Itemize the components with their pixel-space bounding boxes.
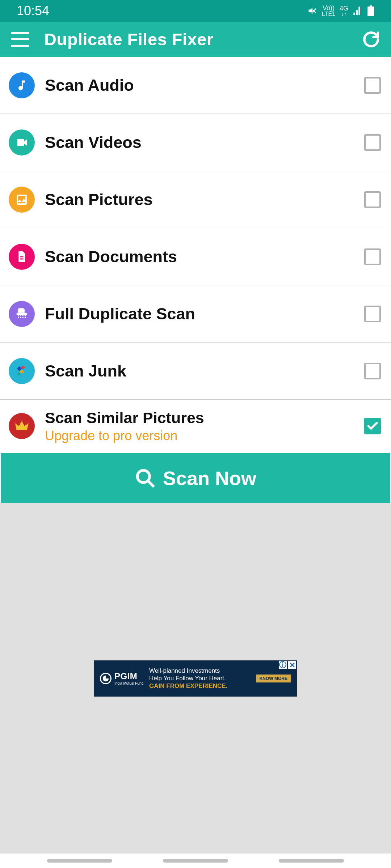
scan-option-pictures[interactable]: Scan Pictures (0, 171, 391, 228)
checkbox-junk[interactable] (364, 363, 381, 379)
ad-info-icon[interactable]: ⓘ (278, 660, 287, 670)
ad-text: Well-planned Investments Help You Follow… (149, 667, 256, 690)
shredder-icon (9, 301, 35, 327)
scan-option-label: Scan Junk (45, 362, 364, 380)
checkbox-pictures[interactable] (364, 191, 381, 208)
scan-now-button[interactable]: Scan Now (1, 453, 390, 503)
status-time: 10:54 (17, 3, 49, 18)
music-note-icon (9, 72, 35, 98)
svg-point-5 (21, 420, 23, 422)
ad-controls: ⓘ ✕ (278, 660, 297, 670)
checkbox-documents[interactable] (364, 248, 381, 265)
svg-rect-1 (370, 5, 372, 7)
svg-rect-3 (17, 312, 27, 315)
signal-icon (353, 6, 363, 16)
app-title: Duplicate Files Fixer (44, 29, 362, 49)
network-4g-indicator: 4G ↓↑ (340, 5, 348, 17)
svg-point-4 (14, 422, 16, 425)
scan-option-label: Scan Documents (45, 247, 364, 266)
ad-logo-icon (100, 673, 112, 684)
status-icons: Vo)) LTE1 4G ↓↑ (307, 5, 374, 17)
svg-point-7 (137, 470, 150, 482)
checkbox-videos[interactable] (364, 134, 381, 151)
app-bar: Duplicate Files Fixer (0, 22, 391, 57)
ad-close-icon[interactable]: ✕ (287, 660, 297, 670)
search-icon (135, 468, 156, 489)
scan-option-label: Scan Similar Pictures (45, 409, 364, 427)
nav-pill (163, 859, 228, 863)
ad-cta-button[interactable]: KNOW MORE (256, 675, 291, 682)
battery-icon (367, 5, 374, 16)
scan-option-label: Scan Videos (45, 133, 364, 152)
scan-option-label: Scan Audio (45, 76, 364, 95)
ad-brand: PGIM India Mutual Fund (114, 671, 143, 685)
scan-option-documents[interactable]: Scan Documents (0, 228, 391, 285)
gesture-nav-bar (0, 854, 391, 868)
checkbox-audio[interactable] (364, 77, 381, 94)
crown-icon (9, 413, 35, 439)
svg-rect-0 (367, 7, 374, 16)
scan-options-list: Scan Audio Scan Videos Scan Pictures Sca… (0, 57, 391, 452)
svg-point-6 (28, 422, 30, 425)
upgrade-sub-label: Upgrade to pro version (45, 428, 364, 443)
video-icon (9, 129, 35, 156)
document-icon (9, 244, 35, 270)
mute-vibrate-icon (307, 6, 318, 16)
ad-banner[interactable]: ⓘ ✕ PGIM India Mutual Fund Well-planned … (94, 660, 297, 697)
scan-option-full[interactable]: Full Duplicate Scan (0, 285, 391, 342)
nav-pill (47, 859, 112, 863)
scan-option-junk[interactable]: Scan Junk (0, 342, 391, 400)
ad-container: ⓘ ✕ PGIM India Mutual Fund Well-planned … (0, 503, 391, 854)
scan-option-audio[interactable]: Scan Audio (0, 57, 391, 114)
checkbox-full[interactable] (364, 306, 381, 322)
svg-rect-2 (17, 195, 26, 204)
menu-icon[interactable] (11, 32, 29, 47)
checkbox-similar[interactable] (364, 418, 381, 434)
svg-line-8 (148, 481, 154, 487)
scan-option-label: Full Duplicate Scan (45, 305, 364, 323)
status-bar: 10:54 Vo)) LTE1 4G ↓↑ (0, 0, 391, 22)
nav-pill (279, 859, 344, 863)
scan-option-label: Scan Pictures (45, 190, 364, 209)
scan-now-label: Scan Now (163, 467, 256, 489)
scan-option-videos[interactable]: Scan Videos (0, 114, 391, 171)
refresh-icon[interactable] (362, 30, 380, 48)
image-icon (9, 187, 35, 213)
volte-indicator: Vo)) LTE1 (322, 5, 335, 17)
junk-icon (9, 358, 35, 384)
scan-option-similar[interactable]: Scan Similar Pictures Upgrade to pro ver… (0, 400, 391, 452)
